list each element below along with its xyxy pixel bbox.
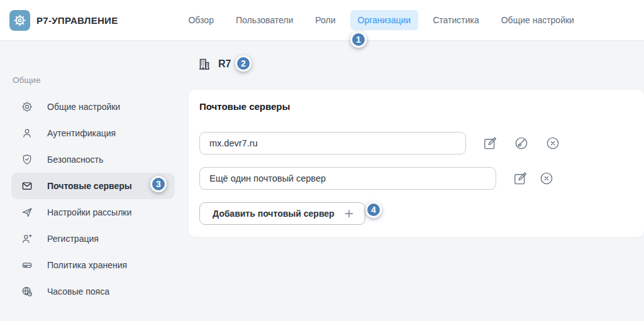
mail-server-input-2[interactable] bbox=[199, 167, 496, 190]
mail-server-input-1[interactable] bbox=[199, 132, 466, 155]
sidebar-item-timezones[interactable]: Часовые пояса bbox=[11, 278, 175, 305]
organization-header: R7 bbox=[197, 56, 644, 72]
add-mail-server-button[interactable]: Добавить почтовый сервер bbox=[199, 202, 365, 225]
sidebar-item-label: Часовые пояса bbox=[47, 286, 109, 297]
annotation-badge-1: 1 bbox=[350, 31, 367, 48]
card-title: Почтовые серверы bbox=[199, 101, 633, 112]
sidebar-item-retention-policy[interactable]: Политика хранения bbox=[11, 252, 175, 278]
annotation-badge-3: 3 bbox=[150, 176, 167, 192]
remove-icon[interactable] bbox=[545, 136, 560, 151]
storage-icon bbox=[21, 259, 33, 271]
annotation-badge-2: 2 bbox=[235, 55, 252, 72]
plus-icon bbox=[343, 208, 355, 219]
sidebar-item-mailing-settings[interactable]: Настройки рассылки bbox=[11, 199, 175, 226]
server-row bbox=[199, 132, 633, 155]
nav-statistics[interactable]: Статистика bbox=[425, 10, 487, 30]
annotation-badge-4: 4 bbox=[365, 202, 382, 218]
mail-servers-card: Почтовые серверы bbox=[189, 90, 644, 237]
organization-name: R7 bbox=[218, 58, 231, 70]
gear-logo-icon bbox=[13, 13, 27, 28]
top-nav: Обзор Пользователи Роли Организации Стат… bbox=[180, 10, 588, 30]
gear-icon bbox=[21, 101, 33, 113]
server-row bbox=[199, 167, 633, 190]
sidebar-item-label: Регистрация bbox=[47, 234, 99, 244]
envelope-icon bbox=[21, 180, 33, 192]
globe-clock-icon bbox=[21, 285, 33, 298]
send-icon bbox=[21, 206, 33, 219]
add-server-row: Добавить почтовый сервер bbox=[199, 202, 633, 225]
nav-users[interactable]: Пользователи bbox=[228, 10, 301, 30]
shield-check-icon bbox=[21, 153, 33, 166]
add-mail-server-label: Добавить почтовый сервер bbox=[213, 209, 335, 219]
app-logo bbox=[9, 10, 30, 31]
nav-roles[interactable]: Роли bbox=[308, 10, 343, 30]
globe-icon[interactable] bbox=[514, 136, 529, 151]
person-icon bbox=[21, 127, 33, 139]
nav-general-settings[interactable]: Общие настройки bbox=[494, 10, 582, 30]
sidebar-item-registration[interactable]: Регистрация bbox=[11, 226, 175, 252]
remove-icon[interactable] bbox=[539, 171, 554, 186]
nav-overview[interactable]: Обзор bbox=[180, 10, 221, 30]
sidebar-item-authentication[interactable]: Аутентификация bbox=[11, 120, 175, 146]
sidebar-item-security[interactable]: Безопасность bbox=[11, 146, 175, 173]
app-title: Р7-УПРАВЛЕНИЕ bbox=[36, 15, 118, 26]
building-icon bbox=[197, 57, 212, 72]
edit-icon[interactable] bbox=[513, 171, 528, 186]
top-bar: Р7-УПРАВЛЕНИЕ Обзор Пользователи Роли Ор… bbox=[0, 0, 644, 41]
sidebar-item-label: Настройки рассылки bbox=[47, 207, 131, 217]
sidebar-section-label: Общие bbox=[13, 75, 189, 85]
sidebar-item-label: Общие настройки bbox=[47, 102, 120, 112]
sidebar-item-label: Безопасность bbox=[47, 155, 103, 165]
main-content: R7 Почтовые серверы bbox=[189, 41, 644, 321]
sidebar-item-label: Почтовые серверы bbox=[47, 181, 132, 191]
sidebar-item-label: Политика хранения bbox=[47, 260, 127, 270]
nav-organizations[interactable]: Организации bbox=[350, 10, 419, 30]
sidebar-item-general-settings[interactable]: Общие настройки bbox=[11, 94, 175, 120]
edit-icon[interactable] bbox=[482, 136, 497, 151]
person-add-icon bbox=[21, 232, 33, 245]
sidebar-item-label: Аутентификация bbox=[47, 128, 116, 138]
